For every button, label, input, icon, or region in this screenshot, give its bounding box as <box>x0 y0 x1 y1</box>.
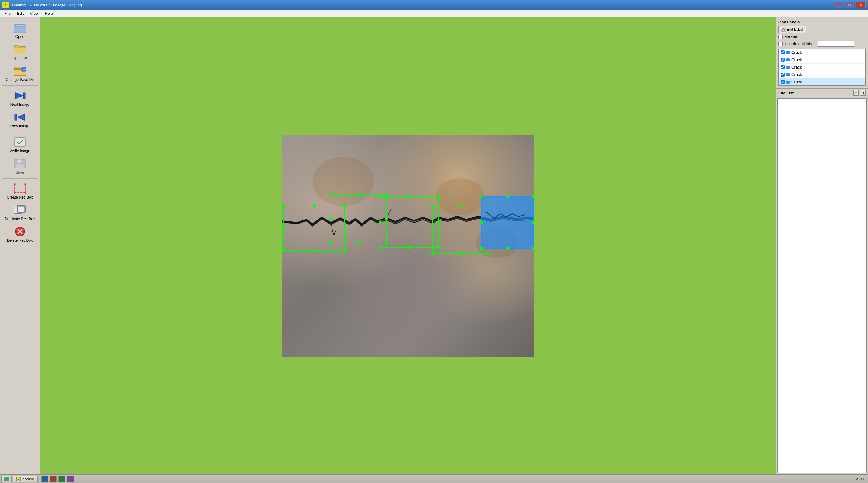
save-button[interactable]: Save <box>3 156 37 176</box>
label-checkbox-4[interactable] <box>781 72 785 76</box>
svg-rect-28 <box>18 206 25 212</box>
label-name-5: Crack <box>792 79 802 84</box>
label-checkbox-2[interactable] <box>781 58 785 62</box>
svg-point-22 <box>24 183 26 185</box>
label-item-2[interactable]: Crack <box>779 56 865 64</box>
file-list-close-button[interactable]: ✕ <box>860 90 866 96</box>
svg-point-34 <box>475 227 519 258</box>
prev-image-label: Prev Image <box>10 124 29 128</box>
svg-rect-19 <box>18 160 19 163</box>
app-icon: D <box>2 2 9 8</box>
open-dir-label: Open Dir <box>12 56 27 60</box>
file-list-pin-button[interactable]: ⊟ <box>853 90 859 96</box>
open-icon <box>12 22 27 34</box>
create-rectbox-button[interactable]: + Create RectBox <box>3 181 37 201</box>
save-label: Save <box>16 170 24 174</box>
title-bar: D labelImg F:/Crack/train_image/1 (10).j… <box>0 0 868 10</box>
edit-icon <box>781 27 785 32</box>
difficult-checkbox[interactable] <box>778 35 783 39</box>
sidebar-separator-2 <box>2 132 37 132</box>
duplicate-rectbox-icon <box>12 204 27 216</box>
file-list-header: File List ⊟ ✕ <box>776 89 868 97</box>
sidebar-separator-1 <box>2 86 37 86</box>
delete-rectbox-button[interactable]: Delete RectBox <box>3 224 37 245</box>
canvas-area[interactable] <box>40 17 776 474</box>
label-list: Crack Crack Crack Crack <box>778 49 866 86</box>
window-controls: ─ □ ✕ <box>834 2 866 8</box>
label-item-1[interactable]: Crack <box>779 49 865 56</box>
taskbar-item-2[interactable] <box>50 476 57 482</box>
save-icon <box>12 157 27 170</box>
svg-rect-12 <box>23 93 25 99</box>
svg-rect-6 <box>14 48 26 54</box>
svg-text:D: D <box>5 4 7 7</box>
change-save-dir-label: Change Save Dir <box>6 77 34 82</box>
change-save-dir-icon: → <box>12 65 27 77</box>
taskbar-item-3[interactable] <box>58 476 65 482</box>
next-image-button[interactable]: Next Image <box>3 88 37 108</box>
label-color-4 <box>786 73 789 76</box>
create-rectbox-label: Create RectBox <box>7 195 33 199</box>
label-item-3[interactable]: Crack <box>779 64 865 71</box>
taskbar: D labelImg 23:17 <box>0 474 868 483</box>
menu-help[interactable]: Help <box>41 10 56 16</box>
next-image-label: Next Image <box>10 102 29 107</box>
maximize-button[interactable]: □ <box>845 2 855 8</box>
sidebar: Open Open Dir → <box>0 17 40 474</box>
change-save-dir-button[interactable]: → Change Save Dir <box>3 63 37 84</box>
prev-image-button[interactable]: Prev Image <box>3 109 37 130</box>
right-panel: Box Labels Edit Label difficult Use defa… <box>776 17 868 474</box>
label-item-5[interactable]: Crack <box>779 78 865 86</box>
svg-marker-13 <box>17 114 25 120</box>
svg-rect-17 <box>17 159 22 163</box>
edit-label-text: Edit Label <box>787 27 803 32</box>
label-checkbox-1[interactable] <box>781 51 785 55</box>
svg-text:+: + <box>19 186 21 191</box>
next-image-icon <box>12 90 27 102</box>
menu-file[interactable]: File <box>1 10 14 16</box>
crack-image <box>282 135 534 357</box>
start-icon <box>4 477 9 481</box>
labelimg-taskbar-item[interactable]: D labelImg <box>13 476 37 482</box>
svg-point-24 <box>24 192 26 194</box>
box-labels-title: Box Labels <box>778 20 866 24</box>
svg-text:→: → <box>22 68 25 71</box>
main-layout: Open Open Dir → <box>0 17 868 474</box>
taskbar-clock: 23:17 <box>853 477 867 481</box>
default-label-input[interactable] <box>817 40 855 47</box>
open-dir-button[interactable]: Open Dir <box>3 41 37 62</box>
delete-rectbox-icon <box>12 225 27 238</box>
label-name-1: Crack <box>792 50 802 55</box>
label-color-2 <box>786 58 789 62</box>
minimize-button[interactable]: ─ <box>834 2 843 8</box>
menu-bar: File Edit View Help <box>0 10 868 17</box>
label-checkbox-5[interactable] <box>781 80 785 84</box>
svg-marker-11 <box>16 93 23 99</box>
difficult-label: difficult <box>785 35 797 39</box>
start-button[interactable] <box>1 476 12 482</box>
edit-label-button[interactable]: Edit Label <box>778 26 806 33</box>
open-button[interactable]: Open <box>3 20 37 40</box>
more-tools-indicator[interactable]: ⋮ <box>17 248 23 254</box>
duplicate-rectbox-button[interactable]: Duplicate RectBox <box>3 202 37 223</box>
verify-image-button[interactable]: Verify Image <box>3 134 37 155</box>
verify-image-label: Verify Image <box>9 149 30 153</box>
verify-image-icon <box>12 136 27 148</box>
menu-edit[interactable]: Edit <box>14 10 27 16</box>
label-checkbox-3[interactable] <box>781 65 785 69</box>
label-item-4[interactable]: Crack <box>779 71 865 78</box>
use-default-label-checkbox[interactable] <box>778 41 783 46</box>
label-color-1 <box>786 51 789 54</box>
prev-image-icon <box>12 111 27 123</box>
svg-point-32 <box>436 178 485 215</box>
delete-rectbox-label: Delete RectBox <box>7 238 33 243</box>
svg-rect-18 <box>16 164 25 168</box>
close-button[interactable]: ✕ <box>856 2 866 8</box>
taskbar-item-4[interactable] <box>67 476 74 482</box>
label-name-4: Crack <box>792 72 802 77</box>
label-color-3 <box>786 66 789 69</box>
crack-overlay <box>282 135 534 357</box>
labelimg-taskbar-icon: D <box>16 477 21 481</box>
taskbar-item-1[interactable] <box>41 476 48 482</box>
menu-view[interactable]: View <box>27 10 41 16</box>
